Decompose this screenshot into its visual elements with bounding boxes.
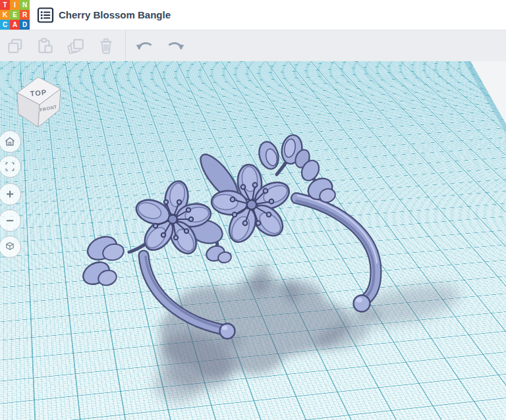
fit-view-icon: [3, 159, 17, 174]
header-bar: T I N K E R C A D Cherry Blossom Bangle: [0, 0, 506, 30]
logo-cell: I: [10, 0, 20, 10]
list-icon: [37, 7, 54, 24]
copy-button[interactable]: [3, 34, 28, 59]
logo-cell: D: [20, 20, 30, 30]
logo-cell: A: [10, 20, 20, 30]
home-icon: [3, 134, 17, 149]
undo-icon: [134, 36, 155, 56]
logo-cell: K: [0, 10, 10, 20]
redo-button[interactable]: [163, 34, 188, 59]
undo-button[interactable]: [132, 34, 157, 59]
logo-cell: E: [10, 10, 20, 20]
edit-toolbar: [0, 30, 506, 61]
viewport-3d[interactable]: TOP FRONT + −: [0, 61, 506, 420]
logo-cell: T: [0, 0, 10, 10]
buds-left: [79, 232, 125, 289]
view-cube[interactable]: TOP FRONT: [11, 69, 69, 132]
paste-button[interactable]: [33, 34, 58, 59]
model-cherry-blossom-bangle[interactable]: [0, 61, 506, 420]
logo-cell: C: [0, 20, 10, 30]
bud-cluster-top: [256, 134, 322, 184]
tinkercad-logo[interactable]: T I N K E R C A D: [0, 0, 30, 30]
trash-icon: [96, 36, 116, 56]
toolbar-divider: [125, 30, 126, 61]
perspective-cube-icon: [3, 240, 17, 254]
delete-button[interactable]: [94, 34, 119, 59]
duplicate-icon: [66, 36, 86, 56]
paste-icon: [36, 36, 55, 56]
bud-bottom: [204, 244, 232, 264]
logo-cell: R: [20, 10, 30, 20]
minus-glyph: −: [6, 214, 14, 227]
model-shadow: [152, 261, 464, 402]
duplicate-button[interactable]: [63, 34, 88, 59]
tinkercad-app: T I N K E R C A D Cherry Blossom Bangle: [0, 0, 506, 420]
design-title: Cherry Blossom Bangle: [59, 0, 171, 30]
plus-glyph: +: [6, 188, 14, 201]
logo-cell: N: [20, 0, 30, 10]
copy-icon: [5, 36, 25, 56]
redo-icon: [165, 36, 186, 56]
design-properties-button[interactable]: [37, 7, 54, 24]
